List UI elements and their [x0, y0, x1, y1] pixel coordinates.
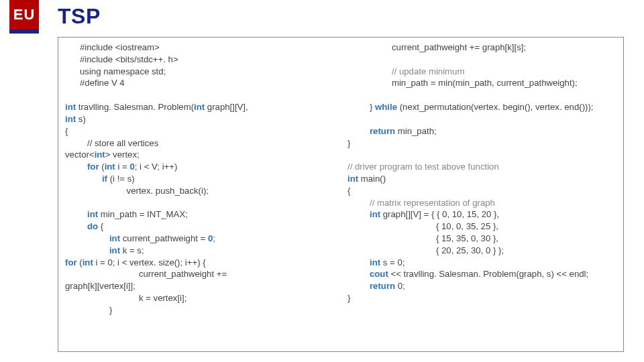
code-text: ( [99, 162, 105, 172]
code-line: { 15, 35, 0, 30 }, [347, 233, 498, 243]
code-text: 0; [395, 281, 405, 291]
keyword: int [347, 174, 358, 184]
code-line [347, 54, 350, 64]
code-line: // store all vertices [65, 138, 158, 148]
code-text: current_pathweight = [120, 233, 208, 243]
code-line: } [65, 305, 112, 315]
code-text: main() [358, 174, 386, 184]
code-line: } [347, 293, 350, 303]
keyword: 0 [129, 162, 134, 172]
keyword: int [105, 162, 115, 172]
keyword: int [65, 114, 76, 124]
keyword: int [194, 102, 205, 112]
keyword: int [347, 209, 380, 219]
code-line: min_path = min(min_path, current_pathwei… [347, 78, 578, 88]
code-text: vector< [65, 149, 95, 160]
keyword: int [65, 102, 76, 112]
code-line: graph[k][vertex[i]]; [65, 281, 136, 291]
code-text: graph[][V] = { { 0, 10, 15, 20 }, [380, 209, 499, 219]
code-line: current_pathweight += [65, 269, 227, 279]
keyword: int [65, 245, 120, 255]
keyword: int [65, 233, 120, 243]
code-column-left: #include <iostream> #include <bits/stdc+… [58, 38, 341, 351]
code-text: > vertex; [105, 149, 140, 160]
code-line [347, 90, 350, 100]
code-text: { [98, 221, 103, 231]
code-line [65, 198, 68, 208]
comment: // driver program to test above function [347, 162, 499, 172]
code-line: using namespace std; [65, 66, 166, 76]
code-text: } [347, 102, 375, 112]
code-text: i = 0; i < vertex. size(); i++) { [93, 257, 206, 267]
code-line: current_pathweight += graph[k][s]; [347, 42, 526, 52]
code-column-right: current_pathweight += graph[k][s]; // up… [341, 38, 623, 351]
keyword: int [347, 257, 380, 267]
code-text: travlling. Salesman. Problem( [76, 102, 194, 112]
comment: // update minimum [347, 66, 464, 76]
code-line: } [347, 138, 350, 148]
code-line [65, 90, 68, 100]
code-text: s) [76, 114, 86, 124]
code-text: ( [77, 257, 83, 267]
keyword: int [83, 257, 93, 267]
code-line: k = vertex[i]; [65, 293, 186, 303]
code-text: s = 0; [380, 257, 405, 267]
code-text: ; [213, 233, 215, 243]
code-text: i = [115, 162, 130, 172]
code-text: (i != s) [107, 174, 135, 184]
code-line: #include <iostream> [65, 42, 160, 52]
keyword: for [65, 162, 99, 172]
code-container: #include <iostream> #include <bits/stdc+… [58, 37, 624, 352]
keyword: for [65, 257, 77, 267]
code-line: #include <bits/stdc++. h> [65, 54, 178, 64]
keyword: cout [347, 269, 388, 279]
code-line: { [65, 126, 68, 136]
code-line: { [347, 186, 350, 196]
keyword: return [347, 126, 395, 136]
code-text: k = s; [120, 245, 144, 255]
page-title: TSP [58, 4, 101, 29]
keyword: do [65, 221, 98, 231]
code-text: min_path; [395, 126, 437, 136]
keyword: int [65, 209, 98, 219]
keyword: return [347, 281, 395, 291]
keyword: int [95, 149, 105, 160]
code-text: ; i < V; i++) [135, 162, 178, 172]
code-line [347, 149, 350, 160]
code-line: #define V 4 [65, 78, 125, 88]
brand-logo-accent [9, 29, 39, 34]
brand-logo: EU [9, 0, 39, 29]
code-line [347, 114, 350, 124]
keyword: if [65, 174, 107, 184]
code-line: { 10, 0, 35, 25 }, [347, 221, 498, 231]
code-text: min_path = INT_MAX; [98, 209, 188, 219]
code-text: (next_permutation(vertex. begin(), verte… [397, 102, 593, 112]
code-line: vertex. push_back(i); [65, 186, 209, 196]
keyword: while [375, 102, 397, 112]
comment: // matrix representation of graph [347, 198, 495, 208]
code-text: graph[][V], [205, 102, 248, 112]
code-text: << travlling. Salesman. Problem(graph, s… [388, 269, 588, 279]
code-line: { 20, 25, 30, 0 } }; [347, 245, 504, 255]
